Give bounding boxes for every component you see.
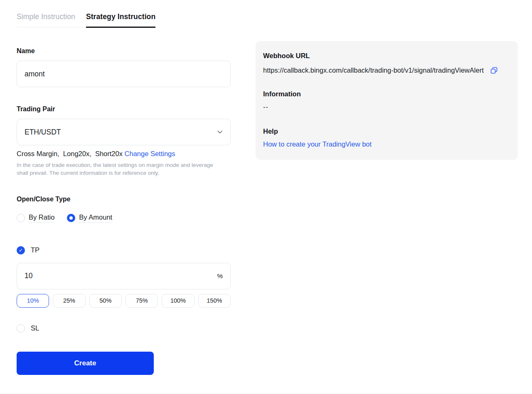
preset-10pct-button[interactable]: 10% — [17, 294, 49, 308]
trading-pair-label: Trading Pair — [17, 105, 231, 113]
margin-leverage-text: Cross Margin, Long20x, Short20x — [17, 150, 125, 157]
information-value: -- — [263, 103, 499, 111]
tp-value-input[interactable] — [25, 272, 199, 280]
open-close-type-label: Open/Close Type — [17, 196, 231, 203]
preset-100pct-button[interactable]: 100% — [162, 294, 194, 308]
webhook-url-row: https://callback.bingx.com/callback/trad… — [263, 65, 499, 76]
tp-checkbox[interactable]: ✓ — [17, 246, 25, 255]
margin-leverage-info: Cross Margin, Long20x, Short20x Change S… — [17, 150, 231, 158]
create-button[interactable]: Create — [17, 352, 154, 375]
preset-75pct-button[interactable]: 75% — [126, 294, 158, 308]
main-content: Name Trading Pair ETH/USDT Cross Margin,… — [0, 27, 532, 375]
chevron-down-icon — [217, 129, 223, 135]
instruction-tabs: Simple Instruction Strategy Instruction — [17, 12, 155, 27]
leverage-disclaimer: In the case of trade execution, the late… — [17, 162, 224, 177]
radio-by-amount[interactable]: By Amount — [67, 213, 112, 223]
webhook-url-label: Webhook URL — [263, 52, 499, 60]
change-settings-link[interactable]: Change Settings — [125, 150, 175, 157]
preset-150pct-button[interactable]: 150% — [198, 294, 231, 308]
radio-icon — [67, 214, 75, 222]
preset-50pct-button[interactable]: 50% — [89, 294, 122, 308]
help-tradingview-link[interactable]: How to create your TradingView bot — [263, 140, 499, 148]
sl-label: SL — [31, 324, 39, 332]
tp-unit-label: % — [217, 272, 223, 280]
info-panel: Webhook URL https://callback.bingx.com/c… — [256, 41, 518, 160]
tab-simple-instruction[interactable]: Simple Instruction — [17, 12, 75, 27]
name-label: Name — [17, 47, 231, 55]
information-label: Information — [263, 90, 499, 98]
help-label: Help — [263, 127, 499, 135]
open-close-options: By Ratio By Amount — [17, 213, 231, 223]
webhook-url-value: https://callback.bingx.com/callback/trad… — [263, 65, 486, 76]
copy-icon[interactable] — [490, 66, 498, 74]
strategy-form: Name Trading Pair ETH/USDT Cross Margin,… — [17, 41, 231, 375]
radio-by-ratio-label: By Ratio — [29, 213, 54, 223]
tab-strategy-instruction[interactable]: Strategy Instruction — [86, 12, 155, 28]
trading-pair-select[interactable]: ETH/USDT — [17, 119, 231, 145]
strategy-form-page: Simple Instruction Strategy Instruction … — [0, 0, 532, 394]
name-field-wrap — [17, 61, 231, 87]
trading-pair-value: ETH/USDT — [25, 128, 61, 137]
tp-toggle-row: ✓ TP — [17, 246, 231, 255]
radio-icon — [17, 214, 25, 222]
sl-checkbox[interactable] — [17, 324, 25, 333]
radio-by-amount-label: By Amount — [79, 213, 112, 223]
tp-percent-presets: 10% 25% 50% 75% 100% 150% — [17, 294, 231, 308]
tp-label: TP — [31, 246, 39, 254]
sl-toggle-row: SL — [17, 324, 231, 333]
tp-field-wrap: % — [17, 263, 231, 289]
preset-25pct-button[interactable]: 25% — [53, 294, 85, 308]
radio-by-ratio[interactable]: By Ratio — [17, 213, 54, 223]
name-input[interactable] — [25, 70, 223, 78]
